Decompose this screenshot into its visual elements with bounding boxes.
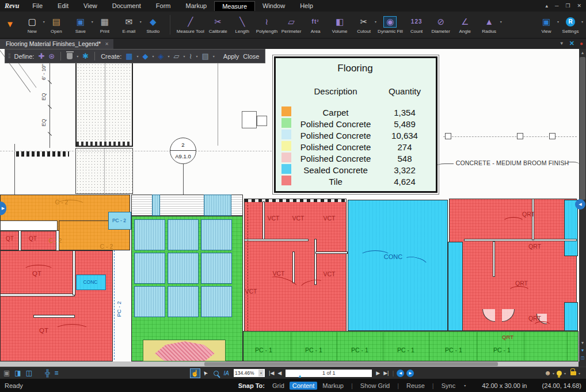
menu-edit[interactable]: Edit	[50, 1, 76, 11]
sealed-concrete-zone[interactable]	[348, 200, 448, 331]
revu-logo[interactable]: Revu	[0, 2, 25, 10]
page-mode-icon[interactable]: ◫	[579, 354, 586, 361]
grid-cell	[134, 219, 165, 250]
sync-views-icon[interactable]: ╬	[45, 369, 50, 377]
tool-studio[interactable]: ◆Studio	[141, 15, 165, 35]
select-text-icon[interactable]: IA	[224, 370, 229, 376]
tool-area[interactable]: ft²Area	[303, 15, 328, 35]
panel-pull-tab-icon[interactable]: ▲	[298, 374, 302, 379]
create-polygon-icon[interactable]: ▱	[174, 52, 180, 60]
lightbulb-icon[interactable]	[557, 371, 562, 376]
tool-perimeter[interactable]: ▱Perimeter	[279, 15, 303, 35]
menu-document[interactable]: Document	[105, 1, 149, 11]
full-screen-icon[interactable]: ≡	[55, 369, 59, 377]
profile-launcher-icon[interactable]: ▼	[3, 19, 20, 31]
create-space-icon[interactable]: ▦	[125, 52, 132, 60]
tool-measure-tool[interactable]: ╱Measure Tool	[175, 15, 206, 35]
tab-close-icon[interactable]: ✕	[105, 41, 109, 47]
close-icon[interactable]: ✕	[577, 3, 581, 9]
select-tool-button[interactable]: ➤	[200, 368, 211, 378]
user-avatar-icon[interactable]: ☻	[544, 369, 551, 377]
close-button[interactable]: Close	[243, 53, 259, 60]
minimize-icon[interactable]: ─	[555, 3, 558, 9]
create-polyline-icon[interactable]: ≀	[189, 52, 192, 60]
tool-label: Perimeter	[281, 29, 302, 34]
menu-help[interactable]: Help	[292, 1, 321, 11]
vertical-scroll-thumb[interactable]	[580, 57, 585, 200]
scroll-up-icon[interactable]: ▲	[579, 49, 586, 56]
tool-radius[interactable]: ▲Radius▾	[477, 15, 501, 35]
menu-window[interactable]: Window	[255, 1, 292, 11]
tab-list-chevron-icon[interactable]: ▼	[560, 41, 564, 46]
drawing-canvas[interactable]: 2 A9.1.0 CONCRETE - MEDIUM BROOM FINISH	[0, 49, 586, 361]
snap-markup[interactable]: Markup	[319, 382, 347, 390]
zoom-spinner-icon[interactable]: ▾	[258, 370, 264, 376]
tool-dynamic-fill[interactable]: ◉Dynamic Fill	[376, 15, 405, 35]
delete-fill-icon[interactable]	[67, 53, 73, 59]
tool-e-mail[interactable]: ✉E-mail▾	[117, 15, 141, 35]
unlock-icon[interactable]	[570, 371, 576, 375]
printer-icon: ▦	[101, 16, 109, 28]
menu-markup[interactable]: Markup	[178, 1, 215, 11]
toolbar-grip[interactable]: ⁞⁞	[8, 53, 10, 59]
create-area-icon[interactable]: ◆	[143, 52, 149, 60]
tool-count[interactable]: 123Count	[405, 15, 429, 35]
apply-button[interactable]: Apply	[223, 53, 239, 60]
tool-print[interactable]: ▦Print	[93, 15, 117, 35]
tool-open[interactable]: ▤Open	[44, 15, 69, 35]
create-volume-icon[interactable]: ◈	[158, 52, 164, 60]
previous-page-icon[interactable]: ◀	[277, 370, 281, 376]
pan-tool-button[interactable]: ☝	[190, 368, 200, 378]
tool-angle[interactable]: ∠Angle	[453, 15, 477, 35]
tile-zone[interactable]	[0, 250, 113, 361]
wall-hatch-band	[16, 151, 69, 157]
scroll-down-icon[interactable]: ▼	[579, 339, 586, 347]
tool-save[interactable]: ▣Save▾	[69, 15, 93, 35]
tool-diameter[interactable]: ⊘Diameter	[429, 15, 453, 35]
add-boundary-icon[interactable]: ✚	[38, 52, 44, 60]
split-vertical-icon[interactable]: ◨	[14, 369, 21, 377]
menu-file[interactable]: File	[25, 1, 50, 11]
tool-length[interactable]: ╲Length	[230, 15, 254, 35]
first-page-icon[interactable]: |◀	[269, 370, 274, 376]
sync-chevron-icon[interactable]: ▾	[464, 383, 466, 387]
previous-view-icon[interactable]: ▼	[579, 347, 586, 354]
tool-polylength[interactable]: ≀Polylength	[254, 15, 279, 35]
menu-bar: Revu FileEditViewDocumentFormMarkupMeasu…	[0, 0, 586, 12]
next-page-icon[interactable]: ▶	[376, 370, 380, 376]
toggle-sync[interactable]: Sync	[439, 382, 458, 390]
zoom-level-input[interactable]: 134.46% ▾	[234, 369, 265, 377]
plan-label: QRT	[528, 243, 541, 250]
tool-new[interactable]: ▢New▾	[20, 15, 44, 35]
menu-view[interactable]: View	[76, 1, 105, 11]
tool-settings[interactable]: RSettings▾	[558, 15, 583, 35]
tool-cutout[interactable]: ✂Cutout▾	[352, 15, 376, 35]
toggle-show-grid[interactable]: Show Grid	[357, 382, 393, 390]
perimeter-icon: ▱	[288, 16, 295, 28]
menu-measure[interactable]: Measure	[214, 1, 255, 11]
thumbnail-view-icon[interactable]: ▣	[3, 369, 10, 377]
horizontal-scroll-thumb[interactable]	[204, 362, 498, 366]
zoom-tool-icon[interactable]	[214, 371, 219, 376]
snap-grid[interactable]: Grid	[269, 382, 287, 390]
menu-form[interactable]: Form	[149, 1, 178, 11]
last-page-icon[interactable]: ▶|	[383, 370, 389, 376]
tool-view[interactable]: ▣View▾	[534, 15, 558, 35]
restore-icon[interactable]: ❐	[565, 3, 570, 9]
fill-settings-gear-icon[interactable]: ✱	[82, 52, 89, 60]
previous-view-button[interactable]: ◀	[397, 370, 404, 377]
toggle-reuse[interactable]: Reuse	[404, 382, 428, 390]
snap-content[interactable]: Content	[290, 382, 318, 390]
document-tab[interactable]: Flooring Material Finishes_Legend* ✕	[0, 39, 113, 49]
right-panel-flyout-tab[interactable]: ◀	[575, 199, 585, 210]
fill-seed-icon[interactable]: ⊛	[48, 52, 55, 60]
split-horizontal-icon[interactable]: ◫	[26, 369, 32, 377]
horizontal-scrollbar[interactable]	[0, 361, 586, 367]
next-view-button[interactable]: ▶	[406, 370, 414, 377]
close-document-icon[interactable]: ✕	[569, 40, 574, 47]
collapse-ribbon-icon[interactable]: ▴	[545, 3, 548, 9]
tool-volume[interactable]: ◧Volume	[328, 15, 352, 35]
tool-calibrate[interactable]: ✂Calibrate	[206, 15, 230, 35]
create-snapshot-icon[interactable]: ▤	[201, 52, 208, 60]
plan-label: 6' - 10"	[41, 64, 47, 80]
